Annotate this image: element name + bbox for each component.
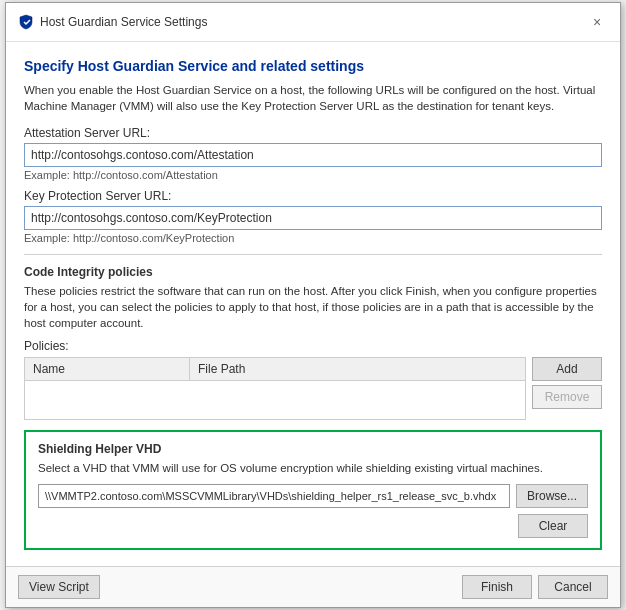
clear-button[interactable]: Clear	[518, 514, 588, 538]
key-protection-example: Example: http://contoso.com/KeyProtectio…	[24, 232, 602, 244]
close-button[interactable]: ×	[586, 11, 608, 33]
title-bar: Host Guardian Service Settings ×	[6, 3, 620, 42]
table-actions: Add Remove	[532, 357, 602, 409]
add-policy-button[interactable]: Add	[532, 357, 602, 381]
attestation-input[interactable]	[24, 143, 602, 167]
dialog-content: Specify Host Guardian Service and relate…	[6, 42, 620, 567]
browse-button[interactable]: Browse...	[516, 484, 588, 508]
shielding-vhd-input[interactable]	[38, 484, 510, 508]
page-title: Specify Host Guardian Service and relate…	[24, 58, 602, 74]
shielding-actions: Clear	[38, 514, 588, 538]
shield-icon	[18, 14, 34, 30]
remove-policy-button[interactable]: Remove	[532, 385, 602, 409]
title-bar-left: Host Guardian Service Settings	[18, 14, 207, 30]
finish-button[interactable]: Finish	[462, 575, 532, 599]
footer-right: Finish Cancel	[462, 575, 608, 599]
attestation-label: Attestation Server URL:	[24, 126, 602, 140]
shielding-box: Shielding Helper VHD Select a VHD that V…	[24, 430, 602, 550]
policies-label: Policies:	[24, 339, 602, 353]
table-col-filepath: File Path	[190, 358, 525, 380]
cancel-button[interactable]: Cancel	[538, 575, 608, 599]
code-integrity-description: These policies restrict the software tha…	[24, 283, 602, 331]
footer: View Script Finish Cancel	[6, 566, 620, 607]
table-header: Name File Path	[25, 358, 525, 381]
policies-table: Name File Path	[24, 357, 526, 420]
code-integrity-title: Code Integrity policies	[24, 265, 602, 279]
title-bar-title: Host Guardian Service Settings	[40, 15, 207, 29]
table-body	[25, 381, 525, 419]
page-description: When you enable the Host Guardian Servic…	[24, 82, 602, 114]
table-col-name: Name	[25, 358, 190, 380]
attestation-example: Example: http://contoso.com/Attestation	[24, 169, 602, 181]
key-protection-label: Key Protection Server URL:	[24, 189, 602, 203]
shielding-title: Shielding Helper VHD	[38, 442, 588, 456]
view-script-button[interactable]: View Script	[18, 575, 100, 599]
policies-row: Name File Path Add Remove	[24, 357, 602, 420]
shielding-input-row: Browse...	[38, 484, 588, 508]
dialog-window: Host Guardian Service Settings × Specify…	[5, 2, 621, 609]
divider-1	[24, 254, 602, 255]
shielding-description: Select a VHD that VMM will use for OS vo…	[38, 460, 588, 476]
key-protection-input[interactable]	[24, 206, 602, 230]
